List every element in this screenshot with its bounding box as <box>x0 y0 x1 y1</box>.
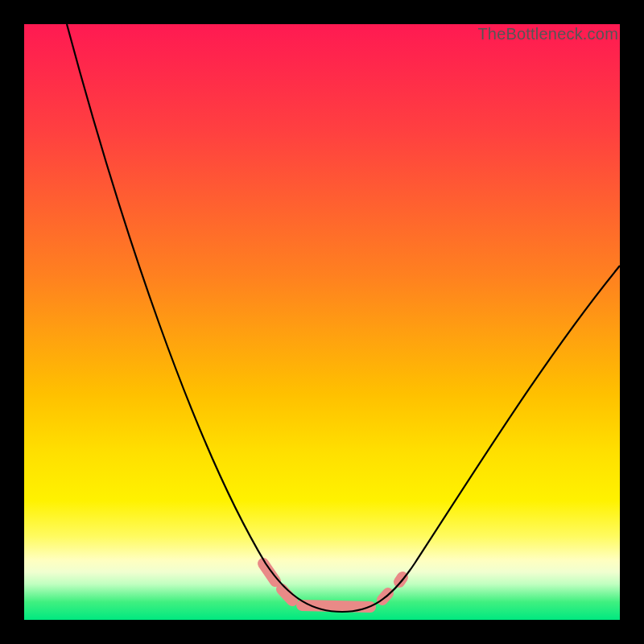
chart-frame: TheBottleneck.com <box>0 0 644 644</box>
watermark-text: TheBottleneck.com <box>477 25 618 43</box>
svg-line-1 <box>282 589 292 601</box>
svg-line-0 <box>263 564 275 581</box>
bottleneck-curve <box>67 24 620 612</box>
chart-svg <box>24 24 620 620</box>
